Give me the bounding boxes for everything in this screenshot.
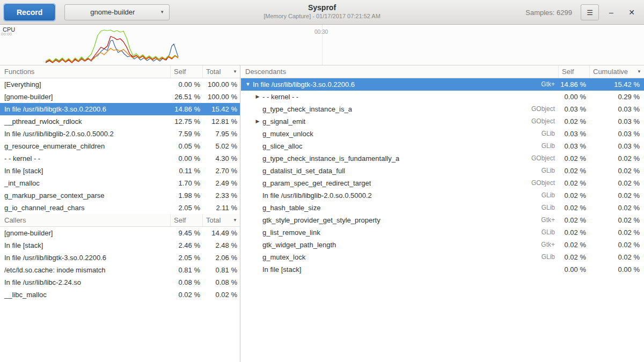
descendants-row[interactable]: In file /usr/lib/libglib-2.0.so.0.5000.2… <box>241 189 644 202</box>
functions-row[interactable]: [Everything]0.00 %100.00 % <box>0 78 240 91</box>
descendants-column-header[interactable]: Descendants <box>241 65 558 78</box>
function-name: [Everything] <box>0 78 170 91</box>
function-name: - - kernel - - <box>0 152 170 165</box>
cpu-series-cpu1 <box>46 30 178 62</box>
cumulative-percent: 0.02 % <box>589 189 644 202</box>
total-percent: 100.00 % <box>202 91 240 103</box>
descendant-name-cell: ▶- - kernel - - <box>241 91 558 103</box>
descendants-row[interactable]: gtk_widget_path_lengthGtk+0.02 %0.02 % <box>241 239 644 251</box>
self-percent: 12.75 % <box>170 115 202 128</box>
cumulative-percent: 0.03 % <box>589 128 644 140</box>
function-name: In file [stack] <box>0 239 170 252</box>
expander-icon[interactable]: ▼ <box>244 78 252 91</box>
function-name: g_type_check_instance_is_a <box>262 103 352 115</box>
function-name: [gnome-builder] <box>0 91 170 103</box>
descendants-row[interactable]: g_param_spec_get_redirect_targetGObject0… <box>241 177 644 189</box>
library-badge: GObject <box>531 152 558 165</box>
library-badge: Gtk+ <box>541 78 558 91</box>
total-percent: 5.02 % <box>202 140 240 152</box>
function-name: In file /usr/lib/libgtk-3.so.0.2200.6 <box>0 103 170 115</box>
functions-row[interactable]: _int_malloc1.70 %2.49 % <box>0 177 240 189</box>
library-badge: GObject <box>531 177 558 189</box>
minimize-button[interactable]: – <box>603 4 619 20</box>
function-name: __pthread_rwlock_rdlock <box>0 115 170 128</box>
functions-row[interactable]: __pthread_rwlock_rdlock12.75 %12.81 % <box>0 115 240 128</box>
headerbar: Record gnome-builder ▼ Sysprof [Memory C… <box>0 0 644 25</box>
functions-row[interactable]: [gnome-builder]26.51 %100.00 % <box>0 91 240 103</box>
total-percent: 7.95 % <box>202 128 240 140</box>
library-badge: Gtk+ <box>541 239 558 251</box>
function-name: [gnome-builder] <box>0 227 170 239</box>
callers-row[interactable]: /etc/ld.so.cache: inode mismatch0.81 %0.… <box>0 264 240 276</box>
descendants-row[interactable]: g_type_check_instance_is_fundamentally_a… <box>241 152 644 165</box>
descendants-row[interactable]: g_datalist_id_set_data_fullGLib0.02 %0.0… <box>241 165 644 177</box>
descendants-cumulative-label: Cumulative <box>593 65 628 78</box>
descendants-row[interactable]: g_hash_table_sizeGLib0.02 %0.02 % <box>241 202 644 214</box>
descendants-row[interactable]: g_type_check_instance_is_aGObject0.03 %0… <box>241 103 644 115</box>
function-name: g_mutex_unlock <box>262 128 313 140</box>
functions-self-column-header[interactable]: Self <box>170 65 202 78</box>
sort-arrow-icon: ▼ <box>233 214 237 226</box>
functions-row[interactable]: g_markup_parse_context_parse1.98 %2.33 % <box>0 189 240 202</box>
function-name: In file [stack] <box>262 263 301 276</box>
cumulative-percent: 0.02 % <box>589 177 644 189</box>
total-percent: 4.30 % <box>202 152 240 165</box>
descendants-self-column-header[interactable]: Self <box>558 65 589 78</box>
self-percent: 0.11 % <box>170 165 202 177</box>
library-badge: GLib <box>541 251 558 263</box>
functions-column-header[interactable]: Functions <box>0 65 170 78</box>
descendants-tree: ▼In file /usr/lib/libgtk-3.so.0.2200.6Gt… <box>241 78 644 276</box>
self-percent: 0.02 % <box>170 289 202 301</box>
descendants-row[interactable]: g_list_remove_linkGLib0.02 %0.02 % <box>241 226 644 239</box>
callers-column-header[interactable]: Callers <box>0 214 170 226</box>
self-percent: 0.02 % <box>558 165 589 177</box>
descendants-row[interactable]: ▶g_signal_emitGObject0.02 %0.03 % <box>241 115 644 128</box>
total-percent: 12.81 % <box>202 115 240 128</box>
descendants-row[interactable]: ▶- - kernel - -0.00 %0.29 % <box>241 91 644 103</box>
window-title-block: Sysprof [Memory Capture] - 01/17/2017 07… <box>161 3 483 19</box>
total-percent: 15.42 % <box>202 103 240 115</box>
function-name: g_datalist_id_set_data_full <box>262 165 345 177</box>
callers-row[interactable]: In file [stack]2.46 %2.48 % <box>0 239 240 252</box>
left-panel: Functions Self Total ▼ [Everything]0.00 … <box>0 65 240 362</box>
target-process-dropdown[interactable]: gnome-builder ▼ <box>64 4 170 20</box>
callers-row[interactable]: In file /usr/lib/libgtk-3.so.0.2200.62.0… <box>0 252 240 264</box>
functions-row[interactable]: g_resource_enumerate_children0.05 %5.02 … <box>0 140 240 152</box>
callers-total-column-header[interactable]: Total ▼ <box>202 214 240 226</box>
callers-self-column-header[interactable]: Self <box>170 214 202 226</box>
function-name: In file /usr/lib/libglib-2.0.so.0.5000.2 <box>262 189 372 202</box>
descendants-row[interactable]: g_mutex_unlockGLib0.03 %0.03 % <box>241 128 644 140</box>
record-button[interactable]: Record <box>4 4 55 20</box>
descendants-row[interactable]: In file [stack]0.00 %0.00 % <box>241 263 644 276</box>
self-percent: 0.02 % <box>558 177 589 189</box>
self-percent: 0.03 % <box>558 140 589 152</box>
functions-row[interactable]: g_io_channel_read_chars2.05 %2.11 % <box>0 202 240 214</box>
functions-total-column-header[interactable]: Total ▼ <box>202 65 240 78</box>
functions-total-label: Total <box>206 65 221 78</box>
descendants-row[interactable]: g_slice_allocGLib0.03 %0.03 % <box>241 140 644 152</box>
callers-row[interactable]: In file /usr/lib/libc-2.24.so0.08 %0.08 … <box>0 276 240 289</box>
capture-subtitle: [Memory Capture] - 01/17/2017 07:21:52 A… <box>161 13 483 19</box>
total-percent: 0.08 % <box>202 276 240 289</box>
descendants-row[interactable]: ▼In file /usr/lib/libgtk-3.so.0.2200.6Gt… <box>241 78 644 91</box>
callers-row[interactable]: [gnome-builder]9.45 %14.49 % <box>0 227 240 239</box>
expander-icon[interactable]: ▶ <box>254 115 261 128</box>
callers-table-header: Callers Self Total ▼ <box>0 214 240 227</box>
functions-row[interactable]: - - kernel - -0.00 %4.30 % <box>0 152 240 165</box>
callers-row[interactable]: __libc_malloc0.02 %0.02 % <box>0 289 240 301</box>
self-percent: 0.02 % <box>558 226 589 239</box>
menu-button[interactable]: ☰ <box>581 4 599 20</box>
descendants-row[interactable]: gtk_style_provider_get_style_propertyGtk… <box>241 214 644 226</box>
functions-row[interactable]: In file /usr/lib/libglib-2.0.so.0.5000.2… <box>0 128 240 140</box>
total-percent: 0.02 % <box>202 289 240 301</box>
cumulative-percent: 15.42 % <box>589 78 644 91</box>
expander-icon[interactable]: ▶ <box>254 91 261 103</box>
functions-row[interactable]: In file [stack]0.11 %2.70 % <box>0 165 240 177</box>
descendants-cumulative-column-header[interactable]: Cumulative ▼ <box>589 65 644 78</box>
descendants-row[interactable]: g_mutex_lockGLib0.02 %0.02 % <box>241 251 644 263</box>
cumulative-percent: 0.00 % <box>589 263 644 276</box>
cpu-usage-graph[interactable]: CPU 00:00 00:30 <box>0 25 644 65</box>
self-percent: 26.51 % <box>170 91 202 103</box>
functions-row[interactable]: In file /usr/lib/libgtk-3.so.0.2200.614.… <box>0 103 240 115</box>
close-button[interactable]: ✕ <box>624 4 640 20</box>
